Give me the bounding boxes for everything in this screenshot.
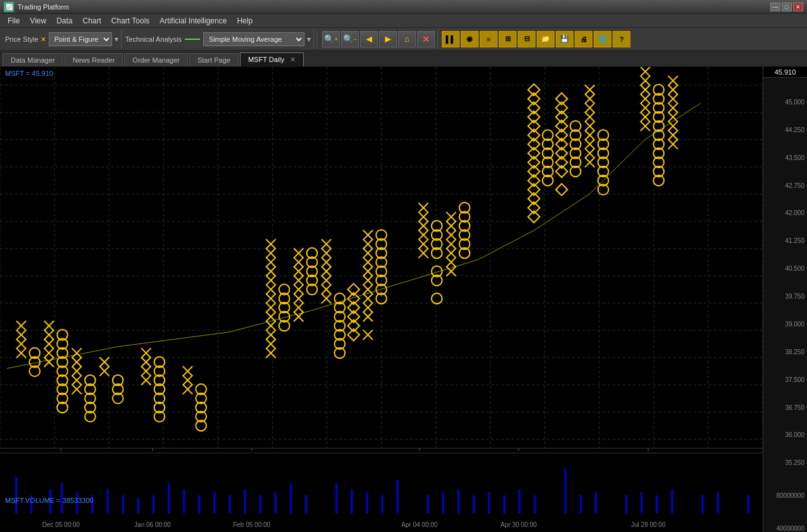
price-style-dropdown-icon[interactable]: ▾ <box>115 35 118 44</box>
price-tick: 35.250 <box>763 438 807 466</box>
price-style-label: Price Style <box>5 35 39 43</box>
toolbar: Price Style × Point & Figure ▾ Technical… <box>0 28 807 51</box>
menu-item-file[interactable]: File <box>3 15 25 27</box>
price-tick: 39.750 <box>763 272 807 300</box>
price-tick: 44.250 <box>763 106 807 133</box>
grid-button[interactable]: ⊞ <box>499 31 516 47</box>
menu-item-data[interactable]: Data <box>51 15 77 27</box>
price-tick: 36.750 <box>763 383 807 411</box>
volume-label: MSFT.VOLUME = 38533300 <box>1 495 97 505</box>
menu-item-chart-tools[interactable]: Chart Tools <box>106 15 154 27</box>
folder-button[interactable]: 📁 <box>537 31 554 47</box>
zoom-group: 🔍+ 🔍− ◄ ► ⌂ ✕ <box>320 30 438 49</box>
tab-news-reader[interactable]: News Reader <box>65 53 123 66</box>
price-style-select[interactable]: Point & Figure <box>49 32 112 46</box>
menu-item-help[interactable]: Help <box>232 15 258 27</box>
tab-close-icon[interactable]: ✕ <box>290 56 296 63</box>
price-tick: 43.500 <box>763 133 807 161</box>
volume-tick: 80000000 <box>763 471 807 499</box>
minimize-button[interactable]: — <box>770 3 780 11</box>
price-tick: 40.500 <box>763 244 807 272</box>
technical-analysis-group: Technical Analysis Simple Moving Average… <box>123 30 314 49</box>
sma-dropdown-icon[interactable]: ▾ <box>307 35 311 44</box>
app-title: Trading Platform <box>18 3 766 11</box>
price-tick: 38.250 <box>763 328 807 356</box>
lines-button[interactable]: ≡ <box>480 31 497 47</box>
chart-type-group: ▌▌ ◉ ≡ ⊞ ⊟ 📁 💾 🖨 🌐 ? <box>439 30 633 49</box>
tabs: Data Manager News Reader Order Manager S… <box>0 51 807 67</box>
chart-canvas[interactable] <box>0 67 763 532</box>
menu-item-chart[interactable]: Chart <box>78 15 106 27</box>
price-tick: 39.000 <box>763 300 807 328</box>
delete-button[interactable]: ✕ <box>417 31 435 47</box>
zoom-in-button[interactable]: 🔍+ <box>322 31 340 47</box>
indicator-line-icon <box>185 39 200 40</box>
tab-data-manager[interactable]: Data Manager <box>3 53 63 66</box>
maximize-button[interactable]: □ <box>782 3 792 11</box>
price-axis: 45.910 45.00044.25043.50042.75042.00041.… <box>763 67 807 532</box>
price-style-group: Price Style × Point & Figure ▾ <box>3 30 122 49</box>
volume-tick: 40000000 <box>763 504 807 532</box>
menu-item-view[interactable]: View <box>25 15 51 27</box>
window-controls: — □ ✕ <box>770 3 803 11</box>
grid2-button[interactable]: ⊟ <box>518 31 535 47</box>
zoom-out-button[interactable]: 🔍− <box>341 31 359 47</box>
menu-item-artificial-intelligence[interactable]: Artificial Intelligence <box>154 15 232 27</box>
price-tick: 45.000 <box>763 78 807 106</box>
help-button[interactable]: ? <box>613 31 630 47</box>
pie-chart-button[interactable]: ◉ <box>461 31 479 47</box>
app-icon: 📈 <box>4 2 14 12</box>
tab-start-page[interactable]: Start Page <box>189 53 239 66</box>
technical-analysis-label: Technical Analysis <box>125 35 182 43</box>
save-button[interactable]: 💾 <box>556 31 573 47</box>
price-tick: 42.000 <box>763 189 807 217</box>
menubar: FileViewDataChartChart ToolsArtificial I… <box>0 14 807 28</box>
titlebar: 📈 Trading Platform — □ ✕ <box>0 0 807 14</box>
back-button[interactable]: ◄ <box>360 31 378 47</box>
sma-select[interactable]: Simple Moving Average <box>203 32 304 46</box>
close-button[interactable]: ✕ <box>793 3 803 11</box>
price-tick: 37.500 <box>763 356 807 383</box>
price-tick: 42.750 <box>763 161 807 189</box>
print-button[interactable]: 🖨 <box>575 31 592 47</box>
price-tick: 41.250 <box>763 216 807 244</box>
price-top-label: 45.910 <box>763 67 807 78</box>
toolbar-divider-1 <box>316 32 317 47</box>
globe-button[interactable]: 🌐 <box>594 31 611 47</box>
home-button[interactable]: ⌂ <box>398 31 416 47</box>
tab-msft-daily[interactable]: MSFT Daily ✕ <box>240 53 304 66</box>
price-style-icon: × <box>41 34 46 44</box>
main-area: MSFT = 45.910 MSFT.VOLUME = 38533300 45.… <box>0 67 807 532</box>
price-tick: 36.000 <box>763 411 807 439</box>
forward-button[interactable]: ► <box>379 31 397 47</box>
tab-order-manager[interactable]: Order Manager <box>124 53 188 66</box>
chart-area: MSFT = 45.910 MSFT.VOLUME = 38533300 <box>0 67 763 532</box>
bar-chart-button[interactable]: ▌▌ <box>442 31 460 47</box>
chart-symbol-label: MSFT = 45.910 <box>1 68 57 78</box>
